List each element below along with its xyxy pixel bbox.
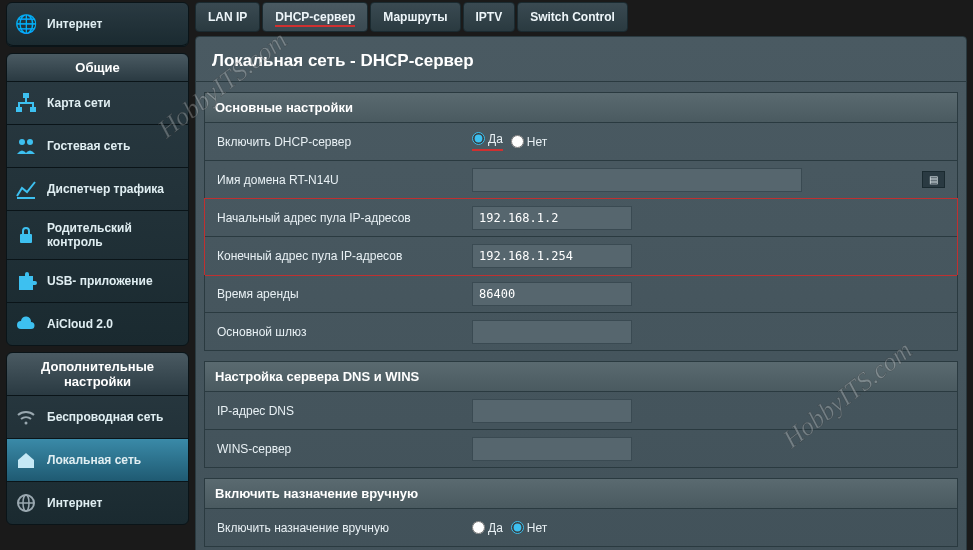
section-basic-cont: Время аренды Основной шлюз [204, 275, 958, 351]
radio-label: Да [488, 521, 503, 535]
radio-manual-yes[interactable]: Да [472, 521, 503, 535]
input-domain[interactable] [472, 168, 802, 192]
globe-icon: 🌐 [15, 13, 37, 35]
label-domain: Имя домена RT-N14U [205, 165, 460, 195]
row-dns: IP-адрес DNS [204, 392, 958, 430]
section-manual-heading: Включить назначение вручную [204, 478, 958, 509]
input-dns[interactable] [472, 399, 632, 423]
section-manual: Включить назначение вручную Да Нет [204, 509, 958, 547]
sidebar-item-label: Интернет [47, 17, 102, 31]
input-ip-start[interactable] [472, 206, 632, 230]
sidebar: 🌐 Интернет Общие Карта сети Гостевая сет… [0, 0, 195, 550]
row-ip-start: Начальный адрес пула IP-адресов [205, 199, 957, 237]
sidebar-item-label: Беспроводная сеть [47, 410, 163, 424]
input-ip-end[interactable] [472, 244, 632, 268]
label-gateway: Основной шлюз [205, 317, 460, 347]
sidebar-item-usb-app[interactable]: USB- приложение [7, 260, 188, 303]
input-lease[interactable] [472, 282, 632, 306]
sidebar-item-label: Гостевая сеть [47, 139, 130, 153]
sidebar-item-label: Диспетчер трафика [47, 182, 164, 196]
tab-dhcp[interactable]: DHCP-сервер [262, 2, 368, 32]
row-lease: Время аренды [204, 275, 958, 313]
section-dns-heading: Настройка сервера DNS и WINS [204, 361, 958, 392]
label-dns: IP-адрес DNS [205, 396, 460, 426]
label-lease: Время аренды [205, 279, 460, 309]
row-enable-dhcp: Включить DHCP-сервер Да Нет [204, 123, 958, 161]
puzzle-icon [15, 270, 37, 292]
sidebar-item-lan[interactable]: Локальная сеть [7, 439, 188, 482]
label-manual-enable: Включить назначение вручную [205, 513, 460, 543]
section-basic-heading: Основные настройки [204, 92, 958, 123]
highlight-ip-pool: Начальный адрес пула IP-адресов Конечный… [204, 198, 958, 276]
sidebar-item-label: Локальная сеть [47, 453, 141, 467]
sidebar-item-label: AiCloud 2.0 [47, 317, 113, 331]
radio-enable-no[interactable]: Нет [511, 135, 547, 149]
section-basic: Включить DHCP-сервер Да Нет Имя домена R… [204, 123, 958, 199]
radio-manual-no[interactable]: Нет [511, 521, 547, 535]
tab-iptv[interactable]: IPTV [463, 2, 516, 32]
input-gateway[interactable] [472, 320, 632, 344]
sidebar-item-wireless[interactable]: Беспроводная сеть [7, 396, 188, 439]
sidebar-item-label: Родительский контроль [47, 221, 180, 249]
row-gateway: Основной шлюз [204, 313, 958, 351]
tab-label: DHCP-сервер [275, 10, 355, 27]
network-icon [15, 92, 37, 114]
tabs: LAN IP DHCP-сервер Маршруты IPTV Switch … [195, 2, 967, 32]
row-ip-end: Конечный адрес пула IP-адресов [205, 237, 957, 275]
row-domain: Имя домена RT-N14U ▤ [204, 161, 958, 199]
tab-switch[interactable]: Switch Control [517, 2, 628, 32]
cloud-icon [15, 313, 37, 335]
label-ip-start: Начальный адрес пула IP-адресов [205, 203, 460, 233]
sidebar-general-box: Общие Карта сети Гостевая сеть Диспетчер… [6, 53, 189, 346]
tab-label: Switch Control [530, 10, 615, 24]
radio-enable-yes[interactable]: Да [472, 132, 503, 146]
svg-rect-0 [23, 93, 29, 98]
row-wins: WINS-сервер [204, 430, 958, 468]
radio-label: Нет [527, 521, 547, 535]
sidebar-item-traffic-manager[interactable]: Диспетчер трафика [7, 168, 188, 211]
tab-label: LAN IP [208, 10, 247, 24]
sidebar-item-label: USB- приложение [47, 274, 153, 288]
sidebar-top-box: 🌐 Интернет [6, 2, 189, 47]
sidebar-item-network-map[interactable]: Карта сети [7, 82, 188, 125]
tab-label: Маршруты [383, 10, 447, 24]
contacts-icon[interactable]: ▤ [922, 171, 945, 188]
tab-lan-ip[interactable]: LAN IP [195, 2, 260, 32]
sidebar-general-heading: Общие [7, 54, 188, 82]
globe-icon [15, 492, 37, 514]
svg-point-3 [19, 139, 25, 145]
label-enable-dhcp: Включить DHCP-сервер [205, 127, 460, 157]
tab-label: IPTV [476, 10, 503, 24]
sidebar-item-internet[interactable]: Интернет [7, 482, 188, 524]
svg-rect-1 [16, 107, 22, 112]
sidebar-item-aicloud[interactable]: AiCloud 2.0 [7, 303, 188, 345]
svg-rect-6 [20, 234, 32, 243]
sidebar-advanced-heading: Дополнительные настройки [7, 353, 188, 396]
traffic-icon [15, 178, 37, 200]
home-icon [15, 449, 37, 471]
section-dns: IP-адрес DNS WINS-сервер [204, 392, 958, 468]
sidebar-item-parental-control[interactable]: Родительский контроль [7, 211, 188, 260]
wifi-icon [15, 406, 37, 428]
page-title: Локальная сеть - DHCP-сервер [196, 37, 966, 82]
guests-icon [15, 135, 37, 157]
lock-icon [15, 224, 37, 246]
svg-point-7 [25, 422, 28, 425]
label-ip-end: Конечный адрес пула IP-адресов [205, 241, 460, 271]
label-wins: WINS-сервер [205, 434, 460, 464]
sidebar-item-label: Карта сети [47, 96, 111, 110]
main-content: LAN IP DHCP-сервер Маршруты IPTV Switch … [195, 0, 973, 550]
input-wins[interactable] [472, 437, 632, 461]
sidebar-advanced-box: Дополнительные настройки Беспроводная се… [6, 352, 189, 525]
sidebar-item-internet-top[interactable]: 🌐 Интернет [7, 3, 188, 46]
sidebar-item-label: Интернет [47, 496, 102, 510]
settings-panel: Локальная сеть - DHCP-сервер Основные на… [195, 36, 967, 550]
row-manual-enable: Включить назначение вручную Да Нет [204, 509, 958, 547]
tab-routes[interactable]: Маршруты [370, 2, 460, 32]
sidebar-item-guest-network[interactable]: Гостевая сеть [7, 125, 188, 168]
radio-label: Нет [527, 135, 547, 149]
svg-point-4 [27, 139, 33, 145]
svg-rect-2 [30, 107, 36, 112]
radio-label: Да [488, 132, 503, 146]
